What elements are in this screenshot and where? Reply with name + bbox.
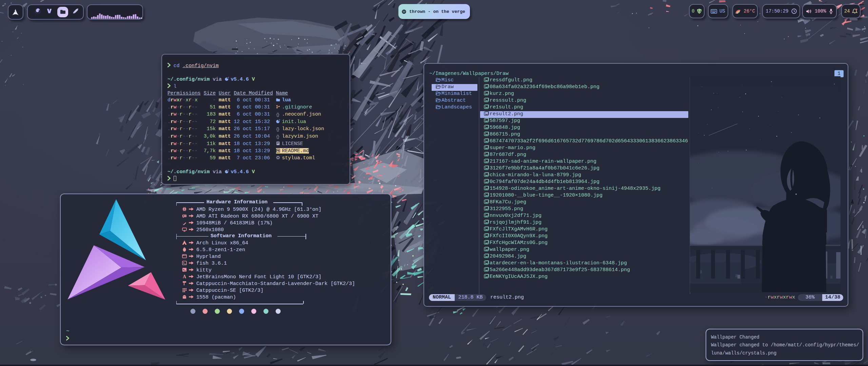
svg-text:A: A xyxy=(183,274,186,279)
